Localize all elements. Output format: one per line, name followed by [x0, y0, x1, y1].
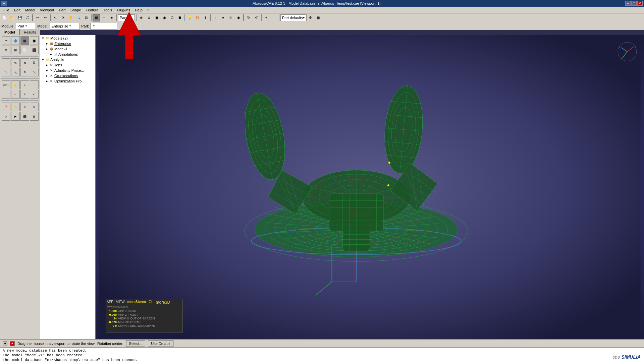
lt-edit[interactable]: ✎: [11, 58, 20, 67]
plus-btn[interactable]: +: [263, 14, 270, 21]
menu-help[interactable]: Help: [133, 7, 145, 13]
stop-btn[interactable]: ■: [10, 341, 15, 346]
lt-sketch[interactable]: ✏: [2, 36, 10, 45]
menu-feature[interactable]: Feature: [84, 7, 101, 13]
grid-btn[interactable]: ▦: [315, 14, 322, 21]
view-btn5[interactable]: ⬡: [168, 14, 176, 21]
lt-delete[interactable]: ✕: [20, 58, 29, 67]
scroll-left-btn[interactable]: ◀: [3, 341, 7, 346]
lt-r2[interactable]: ↔: [11, 90, 20, 99]
lt-plane[interactable]: 📐: [11, 80, 20, 89]
lt-face[interactable]: ⬜: [20, 46, 29, 54]
module-dropdown[interactable]: Part ▾: [16, 23, 36, 29]
view-btn6[interactable]: ⬢: [176, 14, 183, 21]
menu-file[interactable]: File: [1, 7, 11, 13]
lt-node[interactable]: ⊕: [2, 46, 10, 54]
lt-part[interactable]: 🔷: [11, 36, 20, 45]
menu-tools[interactable]: Tools: [101, 7, 114, 13]
lt-b1[interactable]: 🔧: [2, 68, 10, 76]
model-dropdown[interactable]: Enterprise ▾: [50, 23, 80, 29]
tree-model1[interactable]: ▸ 📦 Model-1: [41, 46, 95, 52]
tree-coexecutions[interactable]: ▸ ✕ Co-executions: [41, 73, 95, 78]
select-button[interactable]: ↖: [52, 14, 59, 21]
menu-plugins[interactable]: Plug-ins: [115, 7, 132, 13]
expand-jobs[interactable]: ▸: [45, 63, 49, 67]
circle-btn3[interactable]: ◎: [227, 14, 234, 21]
lt-query[interactable]: ❓: [2, 103, 10, 111]
lt-view[interactable]: ▣: [30, 36, 39, 45]
lt-wireframe[interactable]: ▦: [20, 36, 29, 45]
lt-create[interactable]: +: [2, 58, 10, 67]
view-btn1[interactable]: ⊕: [138, 14, 145, 21]
menu-viewport[interactable]: Viewport: [38, 7, 56, 13]
undo-button[interactable]: ↩: [34, 14, 41, 21]
use-default-btn[interactable]: Use Default: [148, 340, 173, 347]
expand-analysis[interactable]: ▼: [41, 58, 45, 61]
expand-annotations[interactable]: ▸: [49, 53, 53, 56]
rotate-cw[interactable]: ↻: [245, 14, 252, 21]
tree-models[interactable]: ▼ 📁 Models (2): [41, 36, 95, 41]
expand-enterprise[interactable]: ▸: [45, 42, 49, 45]
expand-adaptivity[interactable]: ▸: [45, 69, 49, 72]
lt-element[interactable]: ⊞: [11, 46, 20, 54]
rotate-ccw[interactable]: ↺: [253, 14, 260, 21]
tree-enterprise[interactable]: ▸ 📦 Enterprise: [41, 41, 95, 46]
menu-edit[interactable]: Edit: [12, 7, 22, 13]
lt-t3[interactable]: ⬛: [20, 112, 29, 121]
view-btn2[interactable]: ⊗: [145, 14, 153, 21]
pan-button[interactable]: ✋: [67, 14, 74, 21]
viewport[interactable]: 1 2 3 APP VIEW moreStereo GL more3D www.…: [96, 35, 644, 339]
restore-button[interactable]: □: [631, 1, 637, 6]
lt-t2[interactable]: ▶: [11, 112, 20, 121]
menu-part[interactable]: Part: [57, 7, 68, 13]
expand-optimization[interactable]: ▸: [45, 79, 49, 83]
mesh-btn1[interactable]: ▦: [93, 14, 100, 21]
select-btn[interactable]: Select...: [126, 340, 146, 347]
lt-xyz[interactable]: {XY}: [2, 80, 10, 89]
lt-r3[interactable]: ↗: [20, 90, 29, 99]
fit-button[interactable]: ⊡: [83, 14, 90, 21]
lt-axis[interactable]: ⟂: [20, 80, 29, 89]
lt-r4[interactable]: ↙: [30, 90, 39, 99]
minimize-button[interactable]: ─: [625, 1, 631, 6]
minus-btn[interactable]: -: [270, 14, 278, 21]
tree-optimization[interactable]: ▸ ✕ Optimization Pro: [41, 78, 95, 84]
tree-jobs[interactable]: ▸ ⚙ Jobs: [41, 62, 95, 68]
lt-coord[interactable]: ⊹: [30, 80, 39, 89]
lt-s2[interactable]: ⊃: [30, 103, 39, 111]
view-btn3[interactable]: ▣: [153, 14, 160, 21]
lt-b4[interactable]: 🔨: [30, 68, 39, 76]
mesh-btn2[interactable]: ▪: [100, 14, 108, 21]
lt-b3[interactable]: ⚙: [20, 68, 29, 76]
close-button[interactable]: ✕: [637, 1, 643, 6]
lt-t1[interactable]: ▷: [2, 112, 10, 121]
tree-adaptivity[interactable]: ▸ ✕ Adaptivity Proce...: [41, 68, 95, 73]
lt-r1[interactable]: ↕: [2, 90, 10, 99]
circle-btn2[interactable]: ●: [219, 14, 227, 21]
menu-shape[interactable]: Shape: [68, 7, 83, 13]
expand-model1[interactable]: ▸: [45, 47, 49, 51]
circle-btn1[interactable]: ○: [212, 14, 219, 21]
mesh-btn3[interactable]: ◈: [108, 14, 115, 21]
open-button[interactable]: 📂: [8, 14, 16, 21]
view-btn4[interactable]: ◉: [161, 14, 168, 21]
save-button[interactable]: 💾: [16, 14, 23, 21]
new-button[interactable]: 📄: [1, 14, 8, 21]
tree-annotations[interactable]: ▸ 📝 Annotations: [41, 52, 95, 57]
redo-button[interactable]: ↪: [42, 14, 49, 21]
tree-analysis[interactable]: ▼ 📁 Analysis: [41, 57, 95, 62]
tab-results[interactable]: Results: [19, 29, 41, 35]
circle-btn4[interactable]: ◉: [235, 14, 242, 21]
menu-question[interactable]: ?: [145, 7, 151, 13]
lt-s1[interactable]: ⊂: [20, 103, 29, 111]
rotate-button[interactable]: ⟳: [59, 14, 67, 21]
print-button[interactable]: 🖨: [24, 14, 31, 21]
lt-measure[interactable]: 📏: [11, 103, 20, 111]
lt-cell[interactable]: ⬛: [30, 46, 39, 54]
zoom-button[interactable]: 🔍: [75, 14, 82, 21]
part-dropdown[interactable]: ▾: [90, 23, 117, 29]
part-defaults-dropdown[interactable]: Part defaults ▾: [280, 14, 307, 21]
color-btn[interactable]: 🎨: [194, 14, 201, 21]
menu-model[interactable]: Model: [23, 7, 37, 13]
all-dropdown[interactable]: Part ▾: [118, 14, 135, 21]
